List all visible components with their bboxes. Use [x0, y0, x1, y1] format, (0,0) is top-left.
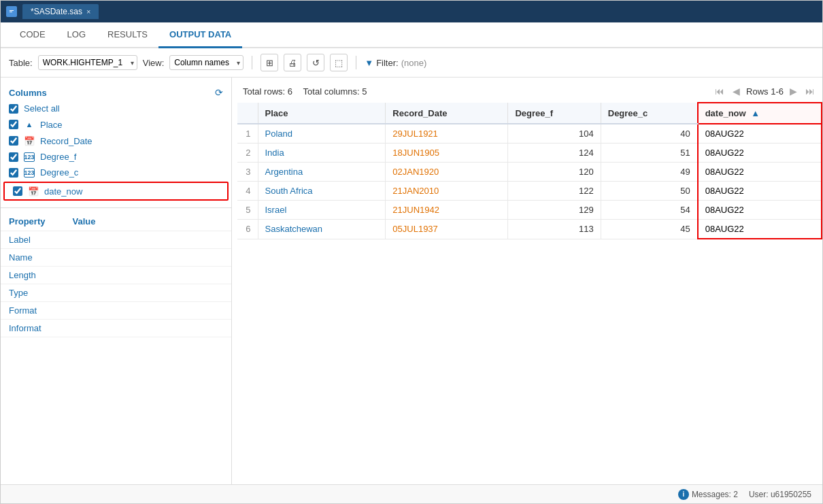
cell-degree-c: 51: [601, 144, 697, 163]
table-select-wrapper: WORK.HIGHTEMP_1: [38, 55, 137, 70]
tab-results[interactable]: RESULTS: [97, 22, 158, 48]
columns-title: Columns: [9, 88, 47, 98]
table-row: 3Argentina02JAN19201204908AUG22: [237, 163, 822, 182]
cell-degree-f: 122: [508, 182, 601, 201]
cell-place[interactable]: South Africa: [258, 182, 386, 201]
cell-record-date: 05JUL1937: [386, 220, 508, 239]
cell-record-date: 02JAN1920: [386, 163, 508, 182]
th-degree-c[interactable]: Degree_c: [601, 103, 697, 124]
prop-row-type: Type: [1, 284, 231, 302]
tab-log[interactable]: LOG: [56, 22, 97, 48]
cell-degree-c: 45: [601, 220, 697, 239]
messages-status: i Messages: 2: [678, 489, 738, 500]
tab-code[interactable]: CODE: [9, 22, 56, 48]
cell-place[interactable]: Argentina: [258, 163, 386, 182]
app-icon: [6, 6, 17, 17]
cell-rownum: 3: [237, 163, 258, 182]
table-select[interactable]: WORK.HIGHTEMP_1: [38, 55, 137, 70]
cell-degree-c: 40: [601, 124, 697, 144]
th-degree-f[interactable]: Degree_f: [508, 103, 601, 124]
cell-place[interactable]: India: [258, 144, 386, 163]
cell-rownum: 5: [237, 201, 258, 220]
cell-place[interactable]: Israel: [258, 201, 386, 220]
columns-refresh-icon[interactable]: ⟳: [215, 87, 223, 98]
prop-key-format: Format: [9, 305, 63, 316]
last-page-btn[interactable]: ⏭: [803, 86, 817, 97]
calendar-icon-record-date: 📅: [24, 135, 35, 146]
column-checkbox-degree-c[interactable]: [9, 168, 18, 178]
table-row: 1Poland29JUL19211044008AUG22: [237, 124, 822, 144]
cell-place[interactable]: Saskatchewan: [258, 220, 386, 239]
file-tab[interactable]: *SASDate.sas ×: [22, 4, 99, 19]
toolbar-separator-2: [356, 56, 356, 69]
print-icon-btn[interactable]: 🖨: [284, 54, 301, 71]
table-row: 4South Africa21JAN20101225008AUG22: [237, 182, 822, 201]
column-checkbox-place[interactable]: [9, 120, 18, 129]
cell-degree-f: 129: [508, 201, 601, 220]
prop-row-length: Length: [1, 267, 231, 284]
column-checkbox-record-date[interactable]: [9, 136, 18, 146]
place-icon: ▲: [24, 119, 35, 130]
cell-record-date: 18JUN1905: [386, 144, 508, 163]
cell-degree-f: 104: [508, 124, 601, 144]
column-item-degree-c: 123 Degree_c: [1, 165, 231, 180]
calendar-icon-date-now: 📅: [28, 186, 39, 197]
column-item-date-now: 📅 date_now: [3, 182, 229, 201]
table-icon-btn[interactable]: ⬚: [330, 54, 348, 71]
sidebar: Columns ⟳ Select all ▲ Place 📅: [1, 78, 232, 484]
toolbar-separator-1: [252, 56, 252, 69]
th-record-date[interactable]: Record_Date: [386, 103, 508, 124]
cell-rownum: 1: [237, 124, 258, 144]
prop-key-type: Type: [9, 288, 63, 298]
svg-rect-2: [10, 12, 12, 12]
data-table: Place Record_Date Degree_f Degree_c date…: [237, 102, 822, 239]
filter-label: Filter:: [376, 58, 399, 68]
column-checkbox-select-all[interactable]: [9, 104, 18, 114]
column-item-place: ▲ Place: [1, 116, 231, 133]
total-rows-label: Total rows: 6: [243, 86, 292, 97]
cell-place[interactable]: Poland: [258, 124, 386, 144]
num-icon-degree-f: 123: [24, 152, 35, 162]
first-page-btn[interactable]: ⏮: [713, 86, 726, 97]
column-label-date-now: date_now: [44, 186, 82, 197]
column-checkbox-degree-f[interactable]: [9, 152, 18, 162]
column-label-place: Place: [40, 120, 63, 130]
column-checkbox-date-now[interactable]: [13, 186, 22, 196]
view-label: View:: [143, 58, 165, 68]
view-select[interactable]: Column names: [169, 55, 243, 70]
view-select-wrapper: Column names: [169, 55, 243, 70]
cell-degree-c: 49: [601, 163, 697, 182]
cell-record-date: 29JUL1921: [386, 124, 508, 144]
cell-date-now: 08AUG22: [698, 220, 822, 239]
cell-date-now: 08AUG22: [698, 124, 822, 144]
data-nav: ⏮ ◀ Rows 1-6 ▶ ⏭: [713, 86, 817, 97]
grid-icon-btn[interactable]: ⊞: [261, 54, 278, 71]
cell-date-now: 08AUG22: [698, 201, 822, 220]
next-page-btn[interactable]: ▶: [788, 86, 799, 97]
th-date-now[interactable]: date_now ▲: [698, 103, 822, 124]
title-bar: *SASDate.sas ×: [1, 1, 822, 22]
columns-header: Columns ⟳: [1, 83, 231, 101]
filter-value: (none): [401, 58, 427, 68]
th-rownum: [237, 103, 258, 124]
cell-date-now: 08AUG22: [698, 144, 822, 163]
toolbar: Table: WORK.HIGHTEMP_1 View: Column name…: [1, 48, 822, 78]
column-label-select-all: Select all: [24, 103, 60, 114]
filter-area: ▼ Filter: (none): [365, 58, 426, 68]
column-item-select-all: Select all: [1, 101, 231, 116]
rows-range-label: Rows 1-6: [746, 86, 784, 97]
tab-outputdata[interactable]: OUTPUT DATA: [158, 22, 242, 48]
info-icon: i: [678, 489, 689, 500]
property-col-header: Property: [9, 216, 45, 226]
th-place[interactable]: Place: [258, 103, 386, 124]
column-label-record-date: Record_Date: [40, 136, 93, 146]
table-header-row: Place Record_Date Degree_f Degree_c date…: [237, 103, 822, 124]
prop-row-label: Label: [1, 231, 231, 249]
cell-degree-f: 120: [508, 163, 601, 182]
refresh-icon-btn[interactable]: ↺: [307, 54, 324, 71]
prev-page-btn[interactable]: ◀: [730, 86, 742, 97]
messages-label: Messages: 2: [692, 490, 738, 499]
file-tab-label: *SASDate.sas: [31, 7, 82, 16]
prop-key-label: Label: [9, 235, 63, 245]
file-tab-close[interactable]: ×: [86, 7, 90, 16]
